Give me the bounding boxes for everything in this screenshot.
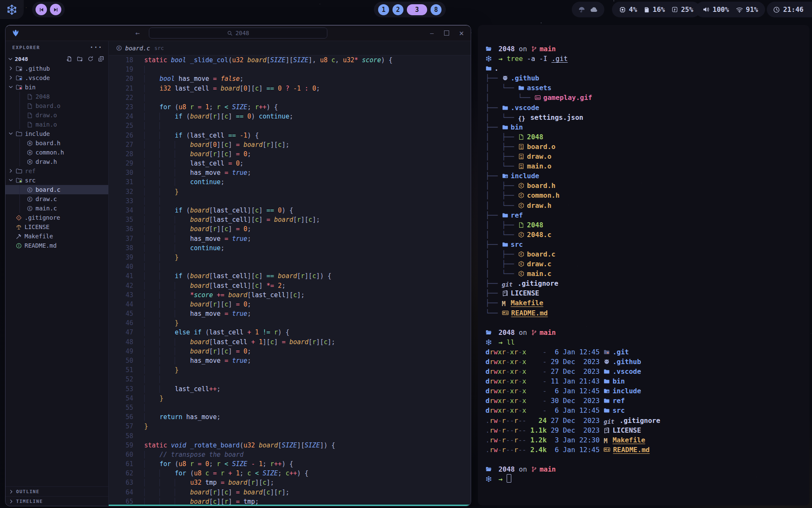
explorer-item-bin[interactable]: bin <box>5 83 108 92</box>
workspace-3[interactable]: 3 <box>407 4 427 15</box>
explorer-item-draw.c[interactable]: Cdraw.c <box>5 194 108 204</box>
line-number: 26 <box>109 131 139 140</box>
workspace-1[interactable]: 1 <box>378 4 389 15</box>
explorer-item-.vscode[interactable]: .vscode <box>5 73 108 83</box>
explorer-item-ref[interactable]: ref <box>5 166 108 176</box>
new-file-icon[interactable] <box>66 56 72 62</box>
panel-outline[interactable]: OUTLINE <box>5 486 108 496</box>
workspace-8[interactable]: 8 <box>431 4 442 15</box>
folder-bin-icon <box>16 84 22 91</box>
explorer-item-main.o[interactable]: main.o <box>5 120 108 129</box>
file-icon <box>27 94 33 100</box>
explorer-item-common.h[interactable]: Hcommon.h <box>5 148 108 157</box>
explorer-item-.gitignore[interactable]: .gitignore <box>5 213 108 222</box>
terminal-command: → <box>486 474 809 484</box>
code-line-33: 33 <box>109 196 471 206</box>
panel-timeline[interactable]: TIMELINE <box>5 496 108 506</box>
back-button[interactable]: ← <box>132 27 143 39</box>
explorer-root-folder[interactable]: 2048 <box>5 54 108 64</box>
explorer-item-board.o[interactable]: board.o <box>5 101 108 110</box>
code-line-48: 48 board[last_cell + 1][c] = board[r][c]… <box>109 337 471 347</box>
explorer-root-label: 2048 <box>15 56 28 62</box>
close-button[interactable]: × <box>459 31 464 35</box>
svg-text:C: C <box>520 262 522 266</box>
git-branch-icon <box>531 329 537 336</box>
line-number: 23 <box>109 102 139 112</box>
vscode-window: ← → 2048 — × EXPLORER ··· 2048 .github.v… <box>5 25 471 506</box>
titlebar[interactable]: ← → 2048 — × <box>5 25 471 41</box>
tree-row: ├── bin <box>486 122 809 132</box>
terminal-window[interactable]: 2048 on main → tree -a -I .git.├── .gith… <box>478 25 809 505</box>
prompt-folder-icon <box>486 466 492 472</box>
weather-rain-icon <box>578 6 585 13</box>
app-logo-icon <box>12 29 19 37</box>
media-next-button[interactable] <box>50 4 61 15</box>
line-number: 30 <box>109 168 139 177</box>
explorer-item-src[interactable]: src <box>5 176 108 185</box>
nix-prompt-icon <box>486 339 492 345</box>
code-editor[interactable]: 18static bool _slide_col(u32 board[SIZE]… <box>109 55 471 506</box>
new-folder-icon[interactable] <box>77 56 83 62</box>
ll-row: .rw-r--r-- 1.2k 3 Jan 22:30 MMakefile <box>486 435 809 445</box>
tree-row: ├── git.gitignore <box>486 279 809 288</box>
explorer-item-board.c[interactable]: Cboard.c <box>5 185 108 194</box>
explorer-item-draw.h[interactable]: Hdraw.h <box>5 157 108 166</box>
code-line-20: 20 bool has_move = false; <box>109 74 471 83</box>
collapse-all-icon[interactable] <box>98 56 104 62</box>
tab-board-c[interactable]: C board.c src <box>116 45 164 52</box>
explorer-item-Makefile[interactable]: Makefile <box>5 232 108 241</box>
ll-entry: bin <box>612 377 625 385</box>
folder-icon <box>502 241 508 248</box>
line-number: 27 <box>109 140 139 149</box>
code-line-60: 60 // transpose the board <box>109 450 471 459</box>
clock-icon <box>773 6 780 13</box>
media-previous-icon <box>39 7 44 12</box>
tree-row: │ ├── 2048 <box>486 220 809 230</box>
folder-vscode-icon <box>16 75 22 81</box>
line-number: 63 <box>109 478 139 487</box>
explorer-item-draw.o[interactable]: draw.o <box>5 110 108 120</box>
tree-entry: . <box>494 64 499 72</box>
code-line-28: 28 board[r][c] = 0; <box>109 149 471 159</box>
svg-text:C: C <box>29 197 30 201</box>
code-line-49: 49 board[r][c] = 0; <box>109 347 471 356</box>
code-line-57: 57} <box>109 422 471 431</box>
workspace-2[interactable]: 2 <box>392 4 403 15</box>
explorer-item-label: main.c <box>36 205 57 212</box>
line-number: 48 <box>109 337 139 347</box>
code-line-45: 45 has_move = true; <box>109 309 471 318</box>
file-exec-icon <box>518 134 524 140</box>
volume-stat: 100% <box>702 6 729 14</box>
media-controls-pill <box>32 2 65 17</box>
explorer-more-icon[interactable]: ··· <box>90 44 102 51</box>
tree-row: ├── MMakefile <box>486 298 809 308</box>
ram-stat: 16% <box>644 6 665 14</box>
tree-entry: board.o <box>527 143 555 151</box>
chevron-right-icon <box>8 168 13 173</box>
git-diamond-icon <box>16 215 22 221</box>
wifi-stat: 91% <box>736 6 758 14</box>
explorer-item-include[interactable]: include <box>5 129 108 138</box>
explorer-item-README.md[interactable]: README.md <box>5 241 108 250</box>
ll-row: drwxr-xr-x - 11 Jan 21:43 bin <box>486 376 809 386</box>
command-center-search[interactable]: 2048 <box>149 28 327 39</box>
c-hex-icon: C <box>518 232 524 238</box>
maximize-button[interactable] <box>444 30 449 36</box>
minimize-button[interactable]: — <box>430 30 433 36</box>
explorer-item-2048[interactable]: 2048 <box>5 92 108 101</box>
code-line-50: 50 has_move = true; <box>109 356 471 365</box>
media-previous-button[interactable] <box>36 4 47 15</box>
explorer-item-board.h[interactable]: Hboard.h <box>5 138 108 148</box>
code-line-62: 62 for (u8 c = r + 1; c < SIZE; c++) { <box>109 469 471 478</box>
explorer-item-.github[interactable]: .github <box>5 64 108 73</box>
line-number: 52 <box>109 375 139 384</box>
refresh-icon[interactable] <box>88 56 93 62</box>
explorer-item-main.c[interactable]: Cmain.c <box>5 204 108 213</box>
nix-prompt-icon <box>486 55 492 62</box>
c-hex-icon: C <box>518 182 524 189</box>
explorer-item-label: include <box>25 130 50 137</box>
code-line-25: 25 <box>109 121 471 130</box>
explorer-item-LICENSE[interactable]: LICENSE <box>5 222 108 232</box>
tab-directory: src <box>154 45 164 51</box>
nixos-logo-tile[interactable] <box>0 0 24 19</box>
